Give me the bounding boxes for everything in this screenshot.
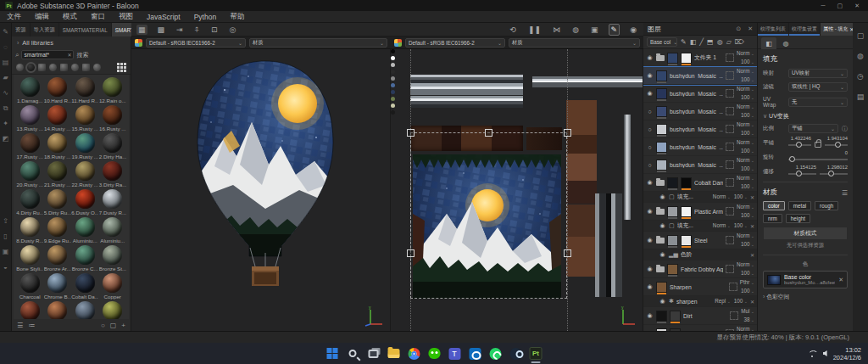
selection-marquee[interactable]: [410, 132, 567, 299]
opacity-dropdown[interactable]: 100: [741, 58, 754, 66]
opacity-dropdown[interactable]: 100: [734, 193, 748, 201]
blend-mode-dropdown[interactable]: Norm: [713, 221, 731, 230]
layer-row[interactable]: ○ bushydun_Mosaic_... Norm 100: [643, 120, 757, 138]
measure-icon[interactable]: ▯: [2, 232, 9, 240]
mapping-dropdown[interactable]: UV映射⌄: [788, 69, 848, 78]
blend-mode-dropdown[interactable]: Norm: [737, 325, 754, 331]
filter-smart-masks-icon[interactable]: [49, 64, 57, 71]
layer-row[interactable]: ◉ Cobalt Dama... Norm 100: [643, 174, 757, 192]
visibility-eye-icon[interactable]: ○: [646, 162, 654, 168]
material-item[interactable]: 13.Rusty ...: [16, 105, 44, 132]
uv-wrap-dropdown[interactable]: 无⌄: [788, 98, 848, 107]
paint-brush-icon[interactable]: ✎: [609, 24, 620, 36]
layer-row[interactable]: ○ bushydun_Mosaic_... Norm 100: [643, 103, 757, 120]
material-item[interactable]: 16.Rusty ...: [99, 105, 127, 132]
material-item[interactable]: 12.Rain o...: [99, 77, 127, 104]
selection-handle[interactable]: [564, 249, 571, 257]
blend-mode-dropdown[interactable]: Norm: [737, 49, 754, 58]
material-item[interactable]: 19.Rusty ...: [71, 133, 99, 160]
display-mode-icon[interactable]: ◒: [2, 263, 9, 271]
visibility-eye-icon[interactable]: ◉: [646, 54, 654, 61]
selection-handle[interactable]: [407, 249, 415, 257]
material-item[interactable]: 3.Dirty Ra...: [99, 161, 127, 188]
tile-display-icon[interactable]: ▢: [110, 322, 117, 329]
task-view[interactable]: [366, 346, 381, 361]
layer-row[interactable]: ◉ ▢ 填充... Norm 100 ✕: [643, 192, 757, 203]
wechat[interactable]: [427, 346, 442, 361]
render-icon[interactable]: ◉: [628, 25, 638, 35]
blend-mode-dropdown[interactable]: Norm: [737, 260, 754, 269]
blend-mode-dropdown[interactable]: Repl: [715, 297, 731, 305]
layer-row[interactable]: ◉ Sharpen Pthr 100: [643, 278, 757, 296]
material-item[interactable]: 5.Dirty Ru...: [44, 189, 72, 216]
opacity-dropdown[interactable]: 100: [741, 76, 754, 84]
channel-button[interactable]: rough: [815, 201, 838, 210]
viewport-3d[interactable]: y: [131, 49, 391, 331]
add-asset-icon[interactable]: +: [121, 322, 125, 329]
teams[interactable]: [448, 346, 462, 361]
history-panel-icon[interactable]: ◷: [857, 72, 864, 81]
material-item[interactable]: 8.Dusty R...: [16, 217, 44, 244]
layer-row[interactable]: ◉ Fibers Norm 55: [643, 325, 757, 331]
offset-y-slider[interactable]: 1.298012: [820, 166, 848, 176]
opacity-dropdown[interactable]: 100: [741, 165, 754, 173]
color-space-section[interactable]: 色彩空间: [763, 293, 848, 301]
blend-mode-dropdown[interactable]: Norm: [737, 103, 754, 111]
menu-item[interactable]: 窗口: [84, 12, 112, 22]
environment-icon[interactable]: ◍: [570, 25, 581, 35]
outlook[interactable]: [468, 346, 482, 361]
material-item[interactable]: [16, 301, 44, 319]
quick-mask-tool-icon[interactable]: ◩: [2, 135, 9, 143]
symmetry-icon[interactable]: ⋈: [551, 25, 562, 35]
visibility-eye-icon[interactable]: ◉: [646, 90, 654, 97]
grid-view-icon[interactable]: [117, 63, 126, 72]
material-item[interactable]: 17.Rusty ...: [16, 133, 44, 160]
layer-row[interactable]: ◉ bushydun_Mosaic_... Norm 100: [643, 85, 757, 103]
opacity-dropdown[interactable]: 100: [734, 221, 748, 230]
material-mode-button[interactable]: 材质模式: [763, 227, 848, 240]
detail-view-icon[interactable]: ≔: [28, 322, 35, 329]
material-item[interactable]: Bone Styli...: [16, 245, 44, 272]
material-item[interactable]: 2.Dirty Ha...: [99, 133, 127, 160]
opacity-dropdown[interactable]: 100: [741, 129, 754, 137]
delete-layer-icon[interactable]: ⌦: [735, 38, 744, 46]
uv-transform-section[interactable]: UV变换: [763, 112, 848, 120]
panel-close-icon[interactable]: ✕: [748, 25, 753, 32]
filter-materials-icon[interactable]: [27, 64, 35, 71]
blend-mode-dropdown[interactable]: Mul: [741, 307, 754, 316]
opacity-dropdown[interactable]: 100: [741, 111, 754, 120]
rotation-slider[interactable]: 0: [788, 152, 848, 162]
polygon-fill-tool-icon[interactable]: ▰: [2, 74, 9, 81]
menu-item[interactable]: 帮助: [223, 12, 251, 22]
filter-brushes-icon[interactable]: [71, 64, 79, 71]
history-icon[interactable]: ⟲: [509, 25, 519, 35]
blend-mode-dropdown[interactable]: Norm: [737, 156, 754, 165]
shader-mode-dropdown[interactable]: 材质⌄: [249, 38, 387, 48]
base-color-resource[interactable]: Base color bushydun_Mo…a8cfeef3bef ✕: [763, 271, 848, 288]
visibility-eye-icon[interactable]: ◉: [659, 193, 666, 200]
close-button[interactable]: ✕: [854, 3, 860, 9]
layer-row[interactable]: ◉ ✱ sharpen Repl 100 ✕: [643, 296, 757, 307]
minimize-button[interactable]: ─: [821, 3, 826, 9]
remove-effect-icon[interactable]: ✕: [750, 194, 754, 200]
viewport-2d[interactable]: y: [391, 49, 643, 331]
filter-alphas-icon[interactable]: [82, 64, 90, 71]
smudge-tool-icon[interactable]: ∿: [2, 89, 9, 97]
material-item[interactable]: 10.Hard R...: [44, 77, 72, 104]
menu-item[interactable]: 模式: [56, 12, 84, 22]
layer-row[interactable]: ◉ bushydun_Mosaic_... Norm 100: [643, 67, 757, 85]
tiling-y-slider[interactable]: 1.943104: [825, 137, 848, 148]
remove-effect-icon[interactable]: ✕: [750, 252, 754, 258]
color-profile-dropdown[interactable]: Default - sRGB IEC61966-2⌄: [405, 38, 505, 48]
clone-tool-icon[interactable]: ⧉: [2, 104, 9, 112]
projection-tool-icon[interactable]: ▤: [2, 59, 9, 66]
visibility-eye-icon[interactable]: ○: [646, 144, 654, 150]
grid-icon[interactable]: ▦: [136, 25, 147, 35]
material-item[interactable]: 20.Rusty ...: [16, 161, 44, 188]
opacity-dropdown[interactable]: 100: [741, 269, 754, 277]
shader-mode-dropdown[interactable]: 材质⌄: [509, 38, 640, 48]
visibility-eye-icon[interactable]: ◉: [646, 266, 654, 272]
material-item[interactable]: Aluminiu...: [99, 217, 127, 244]
menu-item[interactable]: 文件: [0, 12, 28, 22]
search[interactable]: [346, 346, 360, 361]
